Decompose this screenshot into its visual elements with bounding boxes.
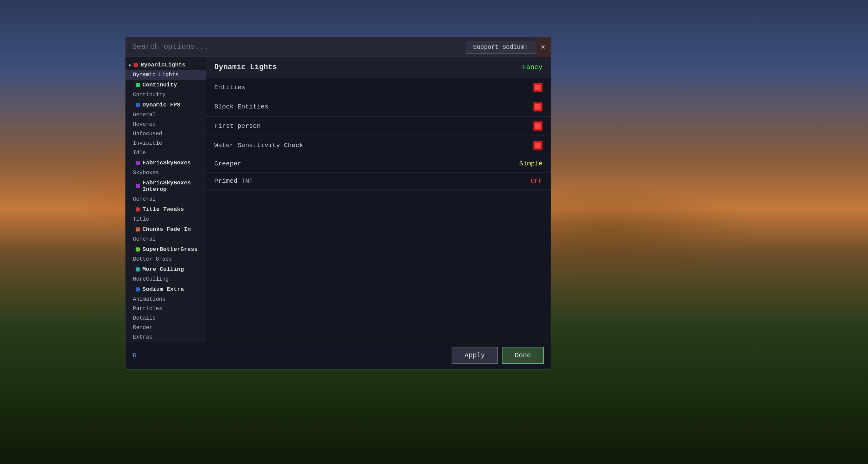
done-button[interactable]: Done — [502, 347, 544, 364]
sidebar-group-label: Dynamic FPS — [142, 102, 180, 108]
sidebar-item-skyboxes[interactable]: Skyboxes — [125, 168, 206, 178]
option-label-entities: Entities — [214, 84, 245, 91]
option-toggle-block-entities[interactable] — [533, 102, 542, 112]
group-dot-icon — [136, 207, 140, 211]
option-toggle-water-sensitivity[interactable] — [533, 141, 542, 150]
sidebar-group-label: RyoanicLights — [140, 62, 185, 68]
toggle-inner-icon — [535, 104, 540, 109]
sidebar-group-title-tweaks[interactable]: Title Tweaks — [125, 204, 206, 215]
sidebar-item-general-chunks[interactable]: General — [125, 235, 206, 244]
search-bar: Support Sodium! × — [125, 37, 551, 57]
sidebar-group-fabric-skyboxes-interop[interactable]: FabricSkyBoxes Interop — [125, 178, 206, 195]
sidebar-item-particles[interactable]: Particles — [125, 304, 206, 314]
sidebar-group-label: FabricSkyBoxes — [142, 160, 191, 166]
option-label-first-person: First-person — [214, 122, 261, 130]
group-dot-icon — [136, 267, 140, 271]
sidebar-item-general-dynfps[interactable]: General — [125, 110, 206, 120]
close-button[interactable]: × — [535, 37, 551, 57]
option-entities[interactable]: Entities — [206, 78, 551, 97]
support-button[interactable]: Support Sodium! — [466, 41, 535, 54]
sidebar-item-general-interop[interactable]: General — [125, 195, 206, 204]
option-label-primed-tnt: Primed TNT — [214, 177, 253, 185]
sidebar-group-dynamic-fps[interactable]: Dynamic FPS — [125, 100, 206, 110]
group-dot-icon — [136, 227, 140, 231]
bottom-bar: π Apply Done — [125, 342, 551, 369]
sidebar-group-label: FabricSkyBoxes Interop — [142, 180, 202, 193]
group-dot-icon — [136, 161, 140, 165]
panel-header: Dynamic Lights Fancy — [206, 57, 551, 78]
option-creeper[interactable]: Creeper Simple — [206, 155, 551, 173]
sidebar-item-title[interactable]: Title — [125, 215, 206, 224]
sidebar-item-animations[interactable]: Animations — [125, 295, 206, 304]
sidebar-item-continuity[interactable]: Continuity — [125, 90, 206, 100]
option-toggle-entities[interactable] — [533, 83, 542, 92]
group-dot-icon — [136, 83, 140, 87]
sidebar-group-ryoanic-lights[interactable]: ▶ RyoanicLights — [125, 60, 206, 70]
option-block-entities[interactable]: Block Entities — [206, 97, 551, 117]
group-dot-icon — [136, 184, 140, 188]
sidebar-item-details[interactable]: Details — [125, 314, 206, 323]
sidebar-item-idle[interactable]: Idle — [125, 148, 206, 158]
toggle-inner-icon — [535, 85, 540, 90]
sidebar-item-dynamic-lights[interactable]: Dynamic Lights — [125, 70, 206, 80]
sidebar: ▶ RyoanicLights Dynamic Lights Continuit… — [125, 57, 206, 342]
option-water-sensitivity[interactable]: Water Sensitivity Check — [206, 136, 551, 155]
sidebar-group-chunks-fade-in[interactable]: Chunks Fade In — [125, 224, 206, 235]
sidebar-group-fabric-skyboxes[interactable]: FabricSkyBoxes — [125, 158, 206, 168]
option-first-person[interactable]: First-person — [206, 117, 551, 136]
sidebar-item-more-culling[interactable]: MoreCulling — [125, 275, 206, 284]
sidebar-item-hovered[interactable]: Hovered — [125, 120, 206, 129]
sidebar-group-label: Chunks Fade In — [142, 226, 191, 233]
sidebar-item-better-grass[interactable]: Better Grass — [125, 255, 206, 264]
toggle-inner-icon — [535, 143, 540, 148]
pi-symbol: π — [132, 351, 136, 359]
sidebar-group-continuity[interactable]: Continuity — [125, 80, 206, 90]
group-dot-icon — [134, 63, 138, 67]
option-label-creeper: Creeper — [214, 160, 241, 167]
option-label-block-entities: Block Entities — [214, 103, 269, 110]
sidebar-group-more-culling[interactable]: More Culling — [125, 264, 206, 275]
sidebar-group-sodium-extra[interactable]: Sodium Extra — [125, 284, 206, 295]
content-area: ▶ RyoanicLights Dynamic Lights Continuit… — [125, 57, 551, 342]
search-input[interactable] — [125, 43, 466, 51]
sidebar-item-unfocused[interactable]: Unfocused — [125, 129, 206, 139]
sidebar-item-extras[interactable]: Extras — [125, 332, 206, 342]
option-value-primed-tnt: OFF — [531, 177, 542, 185]
sidebar-group-label: More Culling — [142, 266, 184, 273]
options-panel: Dynamic Lights Fancy Entities Block Enti… — [206, 57, 551, 342]
bottom-bar-left: π — [132, 351, 448, 359]
sidebar-group-label: SuperBetterGrass — [142, 246, 198, 253]
toggle-inner-icon — [535, 123, 540, 129]
apply-button[interactable]: Apply — [452, 347, 498, 364]
sidebar-group-label: Continuity — [142, 82, 177, 88]
panel-title: Dynamic Lights — [214, 63, 277, 72]
sidebar-item-invisible[interactable]: Invisible — [125, 139, 206, 148]
sidebar-group-label: Title Tweaks — [142, 206, 184, 213]
option-primed-tnt[interactable]: Primed TNT OFF — [206, 173, 551, 190]
option-value-creeper: Simple — [519, 160, 542, 167]
option-toggle-first-person[interactable] — [533, 121, 542, 131]
panel-title-value: Fancy — [522, 63, 542, 71]
group-dot-icon — [136, 103, 140, 107]
group-dot-icon — [136, 287, 140, 291]
settings-modal: Support Sodium! × ▶ RyoanicLights Dynami… — [125, 37, 551, 369]
group-dot-icon — [136, 247, 140, 251]
expand-arrow-icon: ▶ — [129, 62, 132, 68]
sidebar-item-render[interactable]: Render — [125, 323, 206, 332]
sidebar-group-label: Sodium Extra — [142, 286, 184, 292]
sidebar-group-super-better-grass[interactable]: SuperBetterGrass — [125, 244, 206, 255]
option-label-water-sensitivity: Water Sensitivity Check — [214, 142, 303, 149]
